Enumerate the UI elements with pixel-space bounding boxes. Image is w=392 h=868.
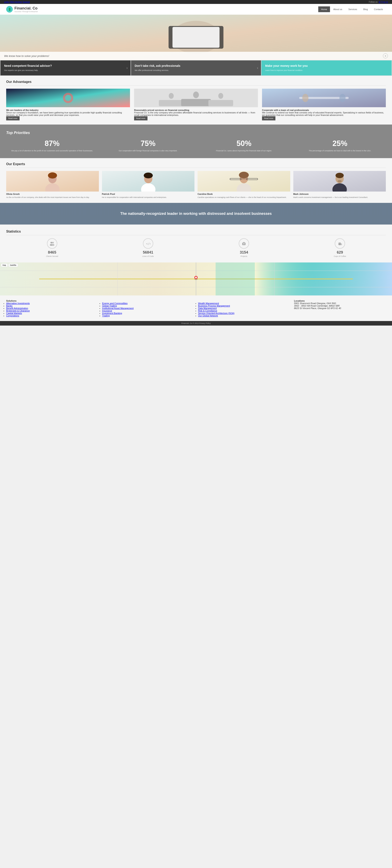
solution-link-13[interactable]: Wealth Management (198, 302, 219, 305)
solution-link-12[interactable]: Trading (102, 314, 110, 317)
solutions-list-1: Alternative Investments Banks Benefit Ad… (6, 302, 98, 317)
solution-link-9[interactable]: Institutional Asset Management (102, 307, 134, 309)
svg-point-10 (218, 93, 223, 99)
read-more-btn-1[interactable]: Read more (6, 116, 20, 120)
priority-stat-2: 75% (102, 139, 194, 148)
map-svg (0, 262, 392, 296)
solution-link-7[interactable]: Energy and Commodities (102, 302, 128, 305)
feature-cards: Need competent financial advisor? Our ex… (0, 60, 392, 76)
svg-rect-58 (216, 262, 255, 296)
top-link-faqs[interactable]: FAQs (9, 1, 14, 3)
svg-rect-13 (208, 100, 233, 106)
feature-title-3: Make your money work for you (265, 64, 388, 67)
solution-link-11[interactable]: Investment Banking (102, 312, 122, 314)
expert-desc-4: Mark's work concerns investment manageme… (293, 196, 386, 199)
nav-home[interactable]: Home (318, 6, 330, 12)
advantage-desc-1: Since our company's foundation, we have … (6, 111, 130, 116)
advantage-heading-2: Reasonably priced services on financial … (134, 109, 258, 111)
svg-point-25 (143, 173, 153, 178)
nav-blog[interactable]: Blog (360, 6, 371, 12)
feature-card-1[interactable]: Need competent financial advisor? Our ex… (0, 60, 131, 75)
solution-link-6[interactable]: Corporations (6, 314, 19, 317)
expert-desc-1: As the co-founder of our company, she de… (6, 196, 99, 199)
locations-title: Locations (294, 300, 386, 302)
map-inner (0, 262, 392, 296)
solution-link-10[interactable]: Insurance (102, 309, 112, 312)
solution-link-16[interactable]: Risk & Compliance (198, 309, 217, 312)
top-link-archive[interactable]: Archive (15, 1, 22, 3)
svg-point-36 (335, 173, 344, 178)
read-more-btn-3[interactable]: Read more (262, 116, 275, 120)
stat-icon-3 (239, 238, 249, 249)
map-btn-satellite[interactable]: Satellite (8, 264, 18, 267)
priority-stat-1: 87% (6, 139, 98, 148)
feature-card-2[interactable]: Don't take risk, ask professionals We of… (131, 60, 261, 75)
advantage-item-1: We are leaders of the industry Since our… (6, 89, 130, 120)
feature-arrow-2: › (257, 66, 258, 70)
stat-item-3: 3154 Projects (198, 238, 290, 257)
nav-contacts[interactable]: Contacts (371, 6, 386, 12)
svg-line-50 (340, 243, 341, 243)
solution-link-5[interactable]: Capital Markets (6, 312, 22, 314)
read-more-btn-2[interactable]: Read more (134, 116, 148, 120)
stat-icon-2: </> (143, 238, 153, 249)
bottom-bar: Financial. Co © 2013 Privacy Policy (0, 321, 392, 326)
solution-link-2[interactable]: Banks (6, 305, 12, 307)
solution-link-8[interactable]: Global Trading (102, 305, 117, 307)
advantage-item-3: Cooperate with a team of real profession… (262, 89, 386, 120)
expert-desc-2: He is responsible for cooperation with i… (102, 196, 195, 199)
priorities-section: Top Priorities 87% We pay a lot of atten… (0, 125, 392, 158)
feature-title-1: Need competent financial advisor? (4, 64, 127, 67)
priority-desc-3: Financial Co. cares about improving the … (198, 150, 290, 152)
footer-grid: Solutions Alternative Investments Banks … (6, 300, 386, 317)
map-btn-map[interactable]: Map (1, 264, 8, 267)
advantage-desc-2: Financial Co. is the only company who pr… (134, 111, 258, 116)
social-linkedin[interactable]: in (386, 1, 388, 3)
hero-section: We know how to solve your problems! ➤ (0, 14, 392, 60)
solution-link-14[interactable]: Business Process Management (198, 305, 230, 307)
solutions-title: Solutions (6, 300, 98, 302)
stat-number-1: 8465 (6, 250, 98, 255)
feature-arrow-1: › (127, 66, 128, 70)
stat-number-2: 56841 (102, 250, 194, 255)
experts-grid: Olivia Grosh As the co-founder of our co… (6, 171, 386, 199)
banner-text: The nationally-recognized leader in work… (6, 211, 386, 216)
footer-section: Solutions Alternative Investments Banks … (0, 296, 392, 321)
social-twitter[interactable]: t (382, 1, 383, 3)
svg-point-38 (51, 242, 52, 244)
social-facebook[interactable]: f (381, 1, 382, 3)
feature-desc-3: Learn how to improve your financial cond… (265, 69, 388, 72)
location-3: 8623 St Vincent Place, Glasgow G2 6FS 61… (294, 307, 386, 309)
location-1: 5901 Shamrock Road Glasgow, G64 3NG (294, 302, 386, 305)
stat-icon-4 (335, 238, 345, 249)
priorities-title: Top Priorities (6, 131, 386, 135)
svg-rect-48 (339, 243, 340, 243)
solution-link-4[interactable]: Brokerage & Clearance (6, 309, 30, 312)
social-google[interactable]: g+ (383, 1, 386, 3)
stat-item-1: 8465 Clients Served (6, 238, 98, 257)
solutions-title-2 (102, 300, 194, 302)
solution-link-17[interactable]: Service Oriented Architecture (SOA) (198, 312, 235, 314)
svg-point-21 (48, 173, 57, 179)
top-link-links[interactable]: Links (4, 1, 9, 3)
expert-name-1: Olivia Grosh (6, 193, 99, 195)
priority-item-2: 75% Our cooperation with foreign financi… (102, 139, 194, 152)
footer-solutions-col2: Energy and Commodities Global Trading In… (102, 300, 194, 317)
priority-stat-3: 50% (198, 139, 290, 148)
hero-caption-btn[interactable]: ➤ (383, 53, 388, 58)
social-rss[interactable]: ☰ (379, 1, 381, 3)
svg-point-37 (337, 180, 341, 183)
feature-card-3[interactable]: Make your money work for you Learn how t… (261, 60, 392, 75)
top-link-support[interactable]: Support (23, 1, 30, 3)
nav-services[interactable]: Services (346, 6, 360, 12)
solution-link-18[interactable]: Our Global Network (198, 314, 218, 317)
solution-link-1[interactable]: Alternative Investments (6, 302, 30, 305)
advantage-item-2: Reasonably priced services on financial … (134, 89, 258, 120)
solution-link-3[interactable]: Benefit Administration (6, 307, 28, 309)
header: 💲 Financial. Co Success Through Enterpri… (0, 4, 392, 14)
expert-name-4: Mark Johnson (293, 193, 386, 195)
expert-name-2: Patrick Pool (102, 193, 195, 195)
solution-link-15[interactable]: Data Management (198, 307, 217, 309)
nav-about[interactable]: About us (330, 6, 345, 12)
logo-symbol: 💲 (8, 8, 11, 11)
